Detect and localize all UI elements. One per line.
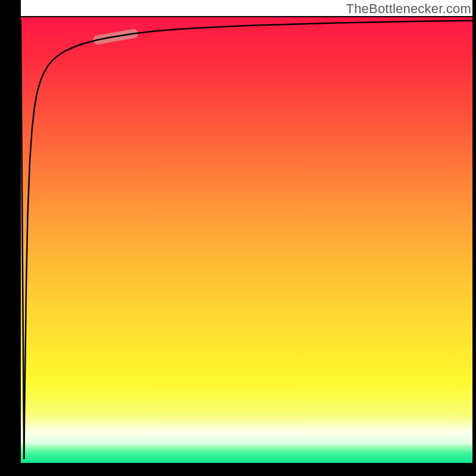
axes-frame-side [21,17,472,17]
axes-frame-side [472,0,476,476]
axes-frame-side [0,0,21,476]
gradient-background [21,17,472,463]
chart-svg [0,0,476,476]
chart-container: TheBottlenecker.com [0,0,476,476]
attribution-label: TheBottlenecker.com [346,1,471,17]
axes-frame-side [0,463,476,476]
